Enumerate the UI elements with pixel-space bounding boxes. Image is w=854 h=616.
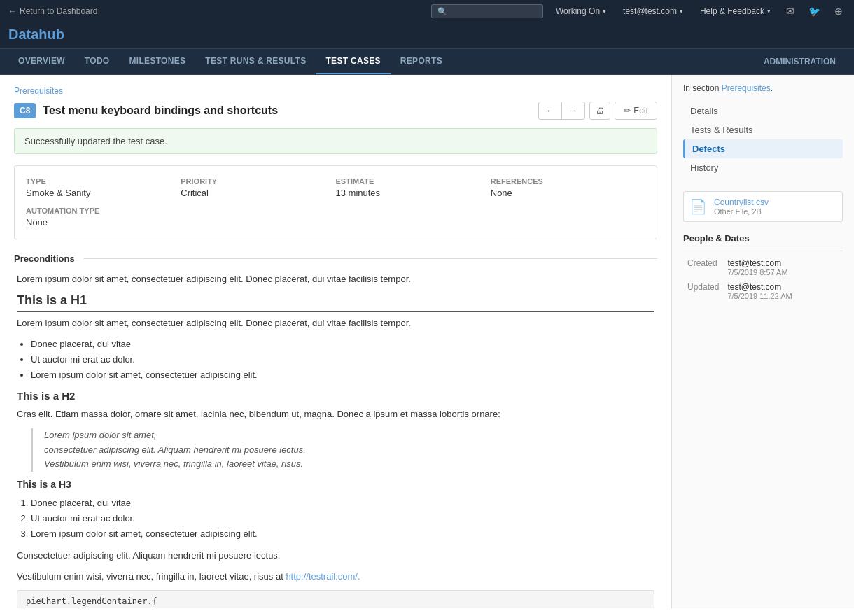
- search-box[interactable]: 🔍: [431, 4, 543, 18]
- updated-value: test@test.com 7/5/2019 11:22 AM: [723, 279, 843, 303]
- help-feedback-button[interactable]: Help & Feedback ▾: [696, 5, 775, 18]
- sidebar-item-details[interactable]: Details: [683, 102, 843, 120]
- references-label: References: [491, 177, 645, 186]
- references-cell: References None: [491, 177, 645, 198]
- content-area: Prerequisites C8 Test menu keyboard bind…: [0, 75, 672, 608]
- chevron-down-icon: ▾: [767, 8, 771, 15]
- blockquote-line3: Vestibulum enim wisi, viverra nec, fring…: [44, 458, 303, 469]
- sidebar-nav: Details Tests & Results Defects History: [683, 102, 843, 177]
- in-section-period: .: [771, 83, 773, 93]
- list-item: Donec placerat, dui vitae: [31, 337, 654, 352]
- estimate-value: 13 minutes: [336, 188, 491, 198]
- list-item: Ut auctor mi erat ac dolor.: [31, 352, 654, 368]
- next-case-button[interactable]: →: [562, 102, 584, 119]
- prev-case-button[interactable]: ←: [539, 102, 562, 119]
- chevron-down-icon: ▾: [680, 8, 683, 15]
- working-on-label: Working On: [556, 6, 600, 16]
- precond-ordered-list: Donec placerat, dui vitae Ut auctor mi e…: [31, 496, 654, 542]
- estimate-label: Estimate: [336, 177, 491, 186]
- in-section-link[interactable]: Prerequisites: [722, 83, 771, 93]
- file-meta: Other File, 2B: [714, 207, 769, 216]
- list-item: Ut auctor mi erat ac dolor.: [31, 511, 654, 526]
- code-block: pieChart.legendContainer.{: [17, 590, 654, 608]
- type-value: Smoke & Sanity: [26, 188, 181, 198]
- brand-name: Datahub: [8, 27, 64, 42]
- mail-icon[interactable]: ✉: [783, 4, 797, 18]
- people-dates-title: People & Dates: [683, 233, 843, 248]
- nav-milestones[interactable]: MILESTONES: [120, 49, 196, 74]
- back-label: Return to Dashboard: [20, 6, 97, 16]
- nav-test-runs[interactable]: TEST RUNS & RESULTS: [195, 49, 316, 74]
- list-item: Donec placerat, dui vitae: [31, 496, 654, 511]
- automation-value: None: [26, 217, 645, 227]
- preconditions-header: Preconditions: [14, 253, 657, 264]
- case-header: C8 Test menu keyboard bindings and short…: [14, 102, 657, 120]
- estimate-cell: Estimate 13 minutes: [336, 177, 491, 198]
- success-message: Successfully updated the test case.: [14, 128, 657, 154]
- file-info: Countrylist.csv Other File, 2B: [714, 197, 769, 216]
- twitter-icon[interactable]: 🐦: [806, 4, 823, 18]
- priority-label: Priority: [181, 177, 335, 186]
- back-to-dashboard-link[interactable]: ← Return to Dashboard: [8, 6, 97, 16]
- testrail-link[interactable]: http://testrail.com/.: [286, 571, 360, 582]
- main-layout: Prerequisites C8 Test menu keyboard bind…: [0, 75, 854, 608]
- breadcrumb[interactable]: Prerequisites: [14, 86, 657, 96]
- search-input[interactable]: [451, 6, 537, 16]
- user-menu-button[interactable]: test@test.com ▾: [619, 5, 687, 18]
- para5-text: Vestibulum enim wisi, viverra nec, fring…: [17, 571, 286, 582]
- sidebar-item-defects[interactable]: Defects: [683, 139, 843, 158]
- search-icon: 🔍: [438, 7, 447, 16]
- created-label: Created: [683, 255, 723, 279]
- automation-cell: Automation Type None: [26, 206, 645, 227]
- precond-bullet-list: Donec placerat, dui vitae Ut auctor mi e…: [31, 337, 654, 383]
- updated-user: test@test.com: [727, 282, 839, 292]
- updated-date: 7/5/2019 11:22 AM: [727, 292, 839, 300]
- list-item: Lorem ipsum dolor sit amet, consectetuer…: [31, 526, 654, 542]
- nav-administration[interactable]: ADMINISTRATION: [754, 50, 846, 74]
- people-dates-table: Created test@test.com 7/5/2019 8:57 AM U…: [683, 255, 843, 303]
- created-user: test@test.com: [727, 258, 839, 268]
- automation-label: Automation Type: [26, 206, 645, 215]
- section-divider: [83, 258, 657, 259]
- details-row-1: Type Smoke & Sanity Priority Critical Es…: [26, 177, 645, 198]
- precond-para2: Lorem ipsum dolor sit amet, consectetuer…: [17, 316, 654, 330]
- working-on-button[interactable]: Working On ▾: [552, 5, 610, 18]
- print-button[interactable]: 🖨: [589, 102, 610, 120]
- precond-h1: This is a H1: [17, 293, 654, 312]
- blockquote-line1: Lorem ipsum dolor sit amet,: [44, 430, 156, 440]
- created-row: Created test@test.com 7/5/2019 8:57 AM: [683, 255, 843, 279]
- nav-todo[interactable]: TODO: [75, 49, 120, 74]
- precond-blockquote: Lorem ipsum dolor sit amet, consectetuer…: [31, 428, 654, 472]
- navbar: OVERVIEW TODO MILESTONES TEST RUNS & RES…: [0, 49, 854, 75]
- user-label: test@test.com: [623, 6, 677, 16]
- blockquote-line2: consectetuer adipiscing elit. Aliquam he…: [44, 444, 306, 455]
- updated-label: Updated: [683, 279, 723, 303]
- sidebar-item-history[interactable]: History: [683, 158, 843, 177]
- edit-label: Edit: [634, 106, 648, 115]
- brand-bar: Datahub: [0, 22, 854, 49]
- file-icon: 📄: [690, 198, 707, 215]
- nav-reports[interactable]: REPORTS: [391, 49, 452, 74]
- type-label: Type: [26, 177, 181, 186]
- edit-icon: ✏: [624, 106, 631, 115]
- nav-test-cases[interactable]: TEST CASES: [316, 49, 390, 74]
- details-table: Type Smoke & Sanity Priority Critical Es…: [14, 165, 657, 239]
- chevron-down-icon: ▾: [603, 8, 606, 15]
- updated-row: Updated test@test.com 7/5/2019 11:22 AM: [683, 279, 843, 303]
- sidebar-item-tests-results[interactable]: Tests & Results: [683, 120, 843, 139]
- type-cell: Type Smoke & Sanity: [26, 177, 181, 198]
- file-name: Countrylist.csv: [714, 197, 769, 207]
- nav-arrows: ← →: [538, 102, 585, 120]
- precond-para5: Vestibulum enim wisi, viverra nec, fring…: [17, 570, 654, 584]
- nav-overview[interactable]: OVERVIEW: [8, 49, 75, 74]
- preconditions-label: Preconditions: [14, 253, 83, 264]
- case-title: Test menu keyboard bindings and shortcut…: [43, 104, 531, 117]
- preconditions-content: Lorem ipsum dolor sit amet, consectetuer…: [14, 272, 657, 608]
- case-badge: C8: [14, 103, 36, 118]
- edit-button[interactable]: ✏ Edit: [615, 102, 657, 120]
- rss-icon[interactable]: ⊕: [832, 4, 846, 18]
- in-section-label: In section: [683, 83, 719, 93]
- list-item: Lorem ipsum dolor sit amet, consectetuer…: [31, 368, 654, 383]
- help-label: Help & Feedback: [700, 6, 764, 16]
- file-attachment[interactable]: 📄 Countrylist.csv Other File, 2B: [683, 191, 843, 222]
